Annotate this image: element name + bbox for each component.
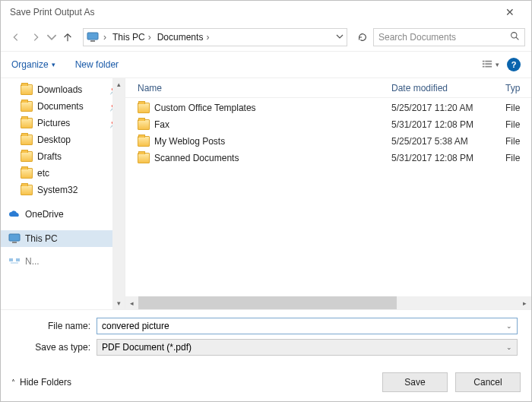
filename-label: File name: <box>14 321 90 331</box>
scroll-left-icon[interactable]: ◂ <box>125 299 138 307</box>
svg-rect-4 <box>483 61 485 62</box>
scroll-right-icon[interactable]: ▸ <box>518 299 531 307</box>
svg-rect-5 <box>485 61 492 62</box>
forward-button[interactable] <box>27 28 45 46</box>
filename-field[interactable]: ⌄ <box>97 318 518 334</box>
folder-icon <box>21 185 33 195</box>
folder-icon <box>21 151 33 162</box>
network-icon <box>8 257 21 266</box>
chevron-down-icon[interactable]: ⌄ <box>506 343 512 351</box>
view-button[interactable]: ▾ <box>481 59 499 70</box>
search-icon[interactable] <box>510 31 520 43</box>
sidebar-item-thispc[interactable]: This PC <box>1 230 125 247</box>
folder-icon <box>138 119 150 130</box>
folder-icon <box>138 103 150 113</box>
address-dropdown-icon[interactable] <box>336 32 344 43</box>
back-button[interactable] <box>7 28 25 46</box>
svg-rect-12 <box>9 258 13 261</box>
folder-icon <box>21 168 33 179</box>
refresh-button[interactable] <box>353 28 372 46</box>
recent-dropdown[interactable] <box>46 28 57 46</box>
breadcrumb-chevron[interactable]: › <box>102 32 108 43</box>
titlebar: Save Print Output As ✕ <box>1 1 531 24</box>
folder-icon <box>21 84 33 95</box>
col-name[interactable]: Name <box>138 83 391 93</box>
folder-icon <box>21 118 33 128</box>
svg-rect-11 <box>12 242 17 243</box>
list-item[interactable]: Fax5/31/2017 12:08 PMFile <box>125 116 531 133</box>
footer: ˄ Hide Folders Save Cancel <box>1 366 531 401</box>
cancel-button[interactable]: Cancel <box>455 372 521 392</box>
chevron-down-icon[interactable]: ⌄ <box>506 322 512 330</box>
svg-line-3 <box>516 37 518 40</box>
savetype-field[interactable]: PDF Document (*.pdf) ⌄ <box>97 339 518 356</box>
svg-rect-10 <box>9 234 20 241</box>
window-title: Save Print Output As <box>7 7 495 17</box>
form-area: File name: ⌄ Save as type: PDF Document … <box>1 309 531 366</box>
col-type[interactable]: Typ <box>505 83 531 93</box>
svg-rect-0 <box>87 33 98 40</box>
save-as-dialog: Save Print Output As ✕ › This PC› Docume… <box>0 0 532 402</box>
onedrive-icon <box>8 210 21 219</box>
scroll-up-icon[interactable]: ▴ <box>117 78 121 90</box>
search-box[interactable] <box>373 28 525 46</box>
sidebar-item-pictures[interactable]: Pictures📌 <box>1 115 125 131</box>
list-item[interactable]: My Weblog Posts5/25/2017 5:38 AMFile <box>125 133 531 150</box>
horizontal-scrollbar[interactable]: ◂ ▸ <box>125 296 531 309</box>
help-icon[interactable]: ? <box>507 58 521 71</box>
up-button[interactable] <box>59 28 77 46</box>
close-icon[interactable]: ✕ <box>495 6 525 18</box>
list-item[interactable]: Custom Office Templates5/25/2017 11:20 A… <box>125 100 531 116</box>
sidebar-item-onedrive[interactable]: OneDrive <box>1 206 125 223</box>
svg-rect-6 <box>483 63 485 65</box>
sidebar-item-system32[interactable]: System32 <box>1 182 125 198</box>
chevron-up-icon: ˄ <box>11 378 15 387</box>
sidebar-item-documents[interactable]: Documents📌 <box>1 98 125 115</box>
folder-icon <box>21 135 33 145</box>
file-list-pane: Name Date modified Typ Custom Office Tem… <box>125 78 531 309</box>
sidebar: Downloads📌 Documents📌 Pictures📌 Desktop … <box>1 78 125 309</box>
list-item[interactable]: Scanned Documents5/31/2017 12:08 PMFile <box>125 150 531 166</box>
pc-icon <box>8 233 21 244</box>
folder-icon <box>138 136 150 147</box>
sidebar-item-downloads[interactable]: Downloads📌 <box>1 81 125 98</box>
filename-input[interactable] <box>102 321 506 331</box>
svg-rect-13 <box>16 258 20 261</box>
sidebar-scrollbar[interactable]: ▴ ▾ <box>112 78 125 309</box>
svg-rect-9 <box>485 66 492 68</box>
sidebar-item-etc[interactable]: etc <box>1 165 125 182</box>
folder-icon <box>21 101 33 112</box>
svg-rect-8 <box>483 66 485 68</box>
sidebar-item-desktop[interactable]: Desktop <box>1 131 125 148</box>
scroll-down-icon[interactable]: ▾ <box>117 297 121 309</box>
pc-icon <box>87 31 99 43</box>
organize-button[interactable]: Organize▾ <box>11 59 55 70</box>
hide-folders-button[interactable]: ˄ Hide Folders <box>11 377 71 388</box>
col-date[interactable]: Date modified <box>391 83 505 93</box>
svg-point-2 <box>511 33 517 38</box>
svg-rect-7 <box>485 63 492 65</box>
address-bar[interactable]: › This PC› Documents› <box>83 28 347 46</box>
toolbar: Organize▾ New folder ▾ ? <box>1 51 531 78</box>
sidebar-item-drafts[interactable]: Drafts <box>1 148 125 165</box>
sidebar-item-network[interactable]: N... <box>1 253 125 270</box>
breadcrumb-documents[interactable]: Documents› <box>156 32 211 43</box>
svg-rect-1 <box>90 40 95 42</box>
search-input[interactable] <box>378 32 510 43</box>
savetype-value: PDF Document (*.pdf) <box>102 342 506 353</box>
new-folder-button[interactable]: New folder <box>75 59 119 70</box>
folder-icon <box>138 153 150 163</box>
save-button[interactable]: Save <box>382 372 448 392</box>
column-headers[interactable]: Name Date modified Typ <box>125 78 531 98</box>
breadcrumb-this-pc[interactable]: This PC› <box>111 32 153 43</box>
nav-row: › This PC› Documents› <box>1 24 531 51</box>
savetype-label: Save as type: <box>14 342 90 353</box>
